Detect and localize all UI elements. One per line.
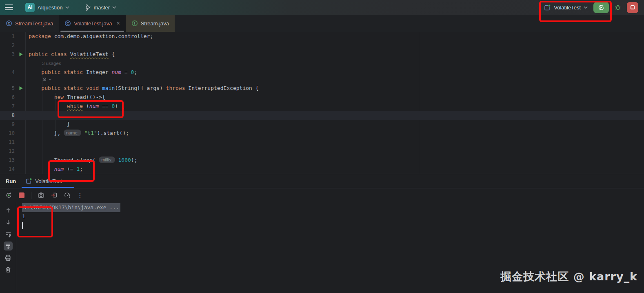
tab-volatiletest-java[interactable]: C VolatileTest.java × [59, 15, 125, 32]
prev-occurrence-button[interactable] [4, 206, 13, 215]
chevron-down-icon [584, 6, 588, 9]
gutter[interactable] [0, 59, 25, 68]
tab-label: Stream.java [141, 20, 169, 27]
code-line-11[interactable]: 11 [0, 138, 644, 147]
code-line-12[interactable]: 12 [0, 147, 644, 156]
console-output-line: 1 [22, 212, 644, 221]
tab-stream-java[interactable]: I Stream.java [126, 15, 175, 32]
attach-button[interactable] [49, 190, 59, 201]
rerun-button[interactable] [593, 2, 609, 13]
hint-row[interactable]: 3 usages [0, 59, 644, 68]
vcs-branch-widget[interactable]: master [82, 3, 119, 12]
profiler-button[interactable] [62, 190, 72, 201]
gutter[interactable]: 6 [0, 93, 25, 102]
line-number[interactable]: 4 [0, 68, 15, 77]
inlay-settings-icon[interactable] [42, 77, 47, 82]
code-line-10[interactable]: 10 }, name: "t1").start(); [0, 129, 644, 138]
code-line-9[interactable]: 9 } [0, 120, 644, 129]
console-gutter [0, 202, 16, 293]
chevron-down-icon [65, 6, 69, 9]
gutter[interactable]: 11 [0, 138, 25, 147]
clear-console-button[interactable] [4, 265, 13, 274]
line-number[interactable]: 5 [0, 84, 15, 93]
chevron-down-icon[interactable] [49, 78, 52, 81]
line-number[interactable] [0, 59, 15, 68]
gutter[interactable]: 3 [0, 50, 25, 59]
gutter[interactable]: 4 [0, 68, 25, 77]
code-line-2[interactable]: 2 [0, 41, 644, 50]
class-icon: C [64, 20, 71, 27]
camera-icon [38, 192, 44, 199]
rerun-button[interactable] [3, 190, 14, 201]
code-line-5[interactable]: 5 public static void main(String[] args)… [0, 84, 644, 93]
project-widget[interactable]: AI AIquestion [23, 2, 72, 13]
gutter[interactable]: 7 [0, 102, 25, 111]
tab-label: VolatileTest.java [74, 20, 112, 27]
code-line-13[interactable]: 13 Thread.sleep( millis: 1000); [0, 156, 644, 165]
run-tab-volatiletest[interactable]: VolatileTest × [22, 174, 73, 188]
gauge-icon [64, 192, 71, 199]
run-toolbar: VolatileTest [542, 2, 638, 13]
next-occurrence-button[interactable] [4, 218, 13, 227]
run-panel-title: Run [6, 178, 16, 184]
code-line-8[interactable]: 8 [0, 111, 644, 120]
line-number[interactable]: 3 [0, 50, 15, 59]
gutter[interactable]: 9 [0, 120, 25, 129]
scroll-to-end-button[interactable] [4, 242, 13, 251]
separator [31, 192, 31, 199]
code-line-1[interactable]: 1package com.demo.aiquestion.controller; [0, 32, 644, 41]
code-editor[interactable]: 1package com.demo.aiquestion.controller;… [0, 32, 644, 174]
code-line-7[interactable]: 7 while (num == 0) { [0, 102, 644, 111]
inlay-hint-widget[interactable] [42, 77, 52, 82]
usages-hint[interactable]: 3 usages [42, 61, 61, 66]
soft-wrap-button[interactable] [4, 230, 13, 239]
gutter[interactable]: 1 [0, 32, 25, 41]
line-number[interactable]: 1 [0, 32, 15, 41]
run-panel-header: Run VolatileTest × [0, 174, 644, 188]
code-line-14[interactable]: 14 num += 1; [0, 165, 644, 174]
soft-wrap-icon [4, 230, 12, 238]
line-number[interactable]: 8 [0, 111, 15, 120]
gutter[interactable]: 2 [0, 41, 25, 50]
line-number[interactable] [0, 77, 15, 84]
more-options-button[interactable]: ⋮ [75, 190, 85, 201]
line-number[interactable]: 12 [0, 147, 15, 156]
code-line-3[interactable]: 3public class VolatileTest { [0, 50, 644, 59]
hamburger-menu-icon[interactable] [5, 4, 13, 10]
line-number[interactable]: 6 [0, 93, 15, 102]
icon-row[interactable] [0, 77, 644, 84]
line-number[interactable]: 10 [0, 129, 15, 138]
line-number[interactable]: 9 [0, 120, 15, 129]
code-line-4[interactable]: 4 public static Integer num = 0; [0, 68, 644, 77]
code-area[interactable]: 1package com.demo.aiquestion.controller;… [0, 32, 644, 174]
editor-tab-bar: C StreamTest.java C VolatileTest.java × … [0, 15, 644, 32]
line-number[interactable]: 14 [0, 165, 15, 174]
run-gutter-icon[interactable] [18, 86, 23, 91]
thread-dump-button[interactable] [36, 190, 46, 201]
gutter[interactable]: 8 [0, 111, 25, 120]
tab-streamtest-java[interactable]: C StreamTest.java [0, 15, 59, 32]
close-tab-icon[interactable]: × [116, 20, 120, 27]
console-command-line[interactable]: D:\IDEA\JDK17\bin\java.exe ... [22, 203, 120, 212]
git-branch-icon [85, 4, 91, 11]
gutter[interactable] [0, 77, 25, 84]
arrow-up-icon [4, 207, 12, 214]
watermark-text: 掘金技术社区 @ karry_k [500, 269, 637, 284]
line-number[interactable]: 13 [0, 156, 15, 165]
close-tab-icon[interactable]: × [67, 178, 70, 184]
line-number[interactable]: 7 [0, 102, 15, 111]
stop-button[interactable] [627, 2, 638, 13]
print-button[interactable] [4, 253, 13, 262]
gutter[interactable]: 12 [0, 147, 25, 156]
debug-button[interactable] [613, 2, 623, 12]
gutter[interactable]: 5 [0, 84, 25, 93]
stop-button[interactable] [16, 190, 27, 201]
run-gutter-icon[interactable] [18, 52, 23, 57]
run-config-selector[interactable]: VolatileTest [542, 3, 589, 12]
gutter[interactable]: 13 [0, 156, 25, 165]
line-number[interactable]: 11 [0, 138, 15, 147]
gutter[interactable]: 10 [0, 129, 25, 138]
gutter[interactable]: 14 [0, 165, 25, 174]
line-number[interactable]: 2 [0, 41, 15, 50]
code-line-6[interactable]: 6 new Thread(()->{ [0, 93, 644, 102]
